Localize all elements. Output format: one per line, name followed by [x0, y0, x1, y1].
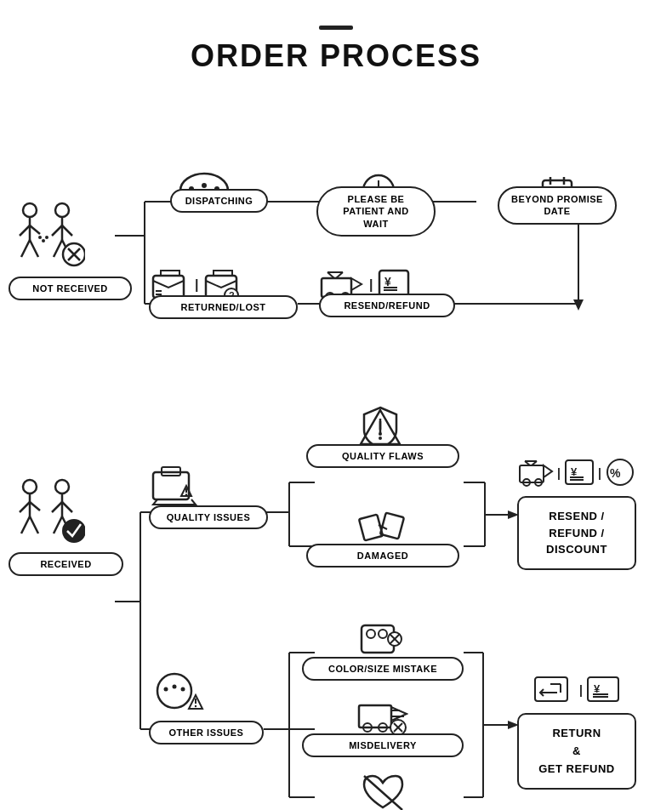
quality-issues-pill: QUALITY ISSUES — [149, 505, 268, 529]
misdelivery-icon — [302, 695, 464, 736]
svg-line-86 — [20, 502, 30, 512]
svg-line-94 — [54, 516, 62, 533]
resend-refund-discount-area: | ¥ | % RESEND /REFUND /DISCOUNT — [517, 457, 636, 570]
received-person — [13, 478, 85, 550]
resend-refund-discount-box: RESEND /REFUND /DISCOUNT — [517, 496, 636, 570]
svg-text:%: % — [610, 466, 621, 480]
svg-marker-7 — [573, 299, 584, 311]
received-label: RECEIVED — [9, 552, 123, 576]
beyond-pill: BEYOND PROMISE DATE — [498, 186, 617, 225]
svg-point-126 — [181, 687, 185, 692]
svg-line-15 — [30, 240, 38, 257]
svg-point-123 — [157, 674, 191, 708]
svg-text:¥: ¥ — [571, 465, 578, 478]
not-received-label: NOT RECEIVED — [9, 277, 132, 300]
header-line — [319, 26, 353, 30]
svg-line-89 — [30, 516, 38, 533]
damaged-icon — [306, 508, 459, 546]
dont-like-icon — [302, 772, 464, 810]
page-title: ORDER PROCESS — [0, 38, 672, 74]
svg-point-132 — [379, 630, 387, 638]
svg-line-12 — [20, 225, 30, 236]
svg-point-30 — [202, 183, 207, 188]
misdelivery-pill: MISDELIVERY — [302, 733, 464, 757]
quality-issues-icon — [149, 462, 204, 509]
svg-point-101 — [185, 493, 187, 495]
svg-line-22 — [62, 225, 72, 236]
svg-marker-141 — [391, 707, 407, 721]
not-received-person — [13, 202, 85, 274]
svg-point-84 — [23, 480, 37, 493]
returned-lost-pill: RETURNED/LOST — [149, 295, 298, 319]
header: ORDER PROCESS — [0, 0, 672, 74]
svg-line-88 — [21, 516, 30, 533]
svg-point-129 — [195, 705, 196, 707]
return-refund-box: RETURN&GET REFUND — [517, 713, 636, 790]
svg-line-14 — [21, 240, 30, 257]
svg-text:¥: ¥ — [594, 682, 601, 695]
svg-point-96 — [63, 520, 85, 542]
svg-point-104 — [379, 436, 382, 440]
svg-point-125 — [173, 685, 177, 689]
svg-rect-108 — [380, 513, 404, 539]
svg-text:¥: ¥ — [384, 275, 391, 288]
svg-point-17 — [42, 239, 45, 242]
svg-point-16 — [38, 236, 42, 239]
svg-point-131 — [367, 630, 375, 638]
svg-line-13 — [30, 225, 40, 234]
svg-line-93 — [62, 502, 72, 512]
svg-point-106 — [379, 432, 382, 436]
svg-rect-146 — [535, 677, 567, 701]
please-wait-pill: PLEASE BE PATIENT AND WAIT — [316, 186, 436, 237]
svg-point-10 — [23, 203, 37, 217]
svg-line-23 — [54, 240, 62, 257]
svg-line-21 — [52, 225, 62, 236]
dispatching-pill: DISPATCHING — [170, 189, 268, 213]
svg-point-19 — [55, 203, 69, 217]
svg-line-87 — [30, 502, 40, 511]
svg-marker-113 — [544, 465, 552, 477]
page: { "header": { "title": "ORDER PROCESS", … — [0, 0, 672, 810]
quality-flaws-icon — [298, 406, 464, 448]
return-refund-area: | ¥ RETURN&GET REFUND — [517, 674, 636, 790]
color-size-icon — [302, 619, 464, 661]
color-size-pill: COLOR/SIZE MISTAKE — [302, 657, 464, 681]
other-issues-icon — [149, 670, 208, 716]
quality-flaws-pill: QUALITY FLAWS — [306, 444, 459, 468]
svg-marker-53 — [351, 278, 362, 290]
resend-refund-pill: RESEND/REFUND — [319, 294, 455, 317]
svg-line-92 — [52, 502, 62, 512]
other-issues-pill: OTHER ISSUES — [149, 721, 264, 744]
svg-rect-107 — [359, 515, 383, 541]
svg-point-90 — [55, 480, 69, 493]
svg-point-124 — [164, 687, 168, 692]
damaged-pill: DAMAGED — [306, 544, 459, 568]
svg-point-18 — [45, 236, 48, 239]
